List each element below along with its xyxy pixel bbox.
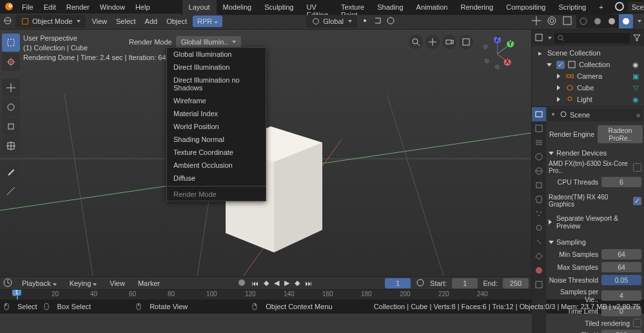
timeline-track[interactable]: 1 0 20 40 60 80 100 120 140 160 180 200 …	[0, 289, 531, 299]
render-engine-select[interactable]: Radeon ProRe..	[598, 125, 643, 143]
jump-start-icon[interactable]: ⏮	[251, 279, 259, 287]
section-render-devices[interactable]: Render Devices	[549, 147, 641, 159]
header-menu-select[interactable]: Select	[113, 15, 139, 27]
autokey-icon[interactable]	[237, 278, 246, 288]
outliner-collection[interactable]: ✓ Collection ◉	[533, 59, 643, 70]
outliner-scene-collection[interactable]: ▸ Scene Collection	[533, 47, 643, 59]
tab-object[interactable]	[532, 178, 546, 192]
end-frame[interactable]: 250	[503, 278, 529, 288]
nav-camera-icon[interactable]	[442, 35, 456, 49]
tab-constraints[interactable]	[532, 235, 546, 249]
tool-annotate[interactable]	[2, 163, 20, 181]
workspace-tab-shading[interactable]: Shading	[371, 0, 409, 15]
tab-mesh[interactable]	[532, 249, 546, 263]
outliner-item-light[interactable]: Light ◉	[533, 94, 643, 105]
tool-transform[interactable]	[2, 137, 20, 155]
filter-icon[interactable]	[632, 33, 641, 43]
dropdown-item[interactable]: World Position	[167, 120, 266, 133]
pin-toggle-icon[interactable]: ⟐	[636, 111, 641, 119]
dropdown-item[interactable]: Diffuse	[167, 172, 266, 185]
gpu-device-toggle[interactable]: ✓	[633, 197, 641, 205]
cpu-threads-value[interactable]: 6	[601, 177, 641, 187]
tab-modifiers[interactable]	[532, 192, 546, 207]
outliner-editor-icon[interactable]	[534, 33, 543, 43]
proportional-icon[interactable]	[385, 15, 396, 27]
samples-per-view-value[interactable]: 4	[601, 290, 641, 301]
dropdown-item[interactable]: Wireframe	[167, 94, 266, 107]
dropdown-item[interactable]: Direct Illumination no Shadows	[167, 74, 266, 94]
shading-rendered[interactable]	[619, 14, 633, 28]
navigation-gizmo[interactable]: Y Z X	[480, 36, 515, 72]
timeline-marker[interactable]: Marker	[134, 278, 164, 288]
dropdown-item[interactable]: Ambient Occlusion	[167, 159, 266, 172]
shading-solid[interactable]	[590, 14, 605, 28]
restrict-icon[interactable]: ▽	[631, 83, 640, 92]
section-sampling[interactable]: Sampling	[549, 236, 641, 248]
shading-wireframe[interactable]	[576, 14, 590, 28]
restrict-icon[interactable]: ▣	[631, 72, 640, 81]
shading-options[interactable]	[638, 20, 641, 23]
tab-texture[interactable]	[532, 278, 546, 292]
dropdown-item[interactable]: Shading Normal	[167, 133, 266, 146]
xray-toggle-icon[interactable]	[561, 14, 574, 28]
viewport-3d[interactable]: User Perspective (1) Collection | Cube R…	[0, 30, 531, 276]
workspace-tab-layout[interactable]: Layout	[182, 0, 217, 15]
noise-threshold-value[interactable]: 0.05	[601, 275, 641, 285]
keyframe-next-icon[interactable]: ◆	[295, 279, 300, 287]
tool-scale[interactable]	[2, 117, 20, 136]
workspace-tab-animation[interactable]: Animation	[410, 0, 454, 15]
workspace-tab-rendering[interactable]: Rendering	[454, 0, 500, 15]
tool-measure[interactable]	[2, 182, 20, 200]
header-menu-add[interactable]: Add	[142, 15, 161, 27]
outliner-item-cube[interactable]: Cube ▽	[533, 82, 643, 94]
scene-selector[interactable]: Scene	[614, 1, 644, 13]
tab-physics[interactable]	[532, 221, 546, 235]
jump-end-icon[interactable]: ⏭	[305, 279, 312, 287]
scene-name[interactable]: Scene	[628, 2, 644, 12]
current-frame[interactable]: 1	[385, 278, 411, 288]
play-reverse-icon[interactable]: ◀	[274, 279, 279, 287]
dropdown-item[interactable]: Global Illumination	[167, 48, 266, 61]
menu-render[interactable]: Render	[61, 1, 95, 13]
cpu-device-toggle[interactable]	[633, 163, 641, 172]
dropdown-item[interactable]: Texture Coordinate	[167, 146, 266, 159]
tab-render[interactable]	[532, 107, 546, 121]
menu-file[interactable]: File	[17, 1, 39, 13]
workspace-tab-modeling[interactable]: Modeling	[217, 0, 259, 15]
tab-particles[interactable]	[532, 207, 546, 221]
tab-scene[interactable]	[532, 150, 546, 164]
tab-output[interactable]	[532, 121, 546, 136]
workspace-tab-sculpting[interactable]: Sculpting	[258, 0, 300, 15]
pivot-icon[interactable]	[360, 15, 370, 27]
nav-zoom-icon[interactable]	[409, 35, 423, 49]
restrict-icon[interactable]: ◉	[631, 95, 640, 104]
collection-enable[interactable]: ✓	[556, 61, 565, 69]
menu-help[interactable]: Help	[130, 1, 155, 13]
play-icon[interactable]: ▶	[284, 279, 289, 287]
keyframe-prev-icon[interactable]: ◆	[264, 279, 269, 287]
orientation-select[interactable]: Global	[306, 15, 357, 28]
tab-material[interactable]	[532, 263, 546, 278]
tiled-rendering-toggle[interactable]	[633, 319, 641, 327]
workspace-tab-compositing[interactable]: Compositing	[500, 0, 552, 15]
outliner-item-camera[interactable]: Camera ▣	[533, 70, 643, 82]
header-menu-view[interactable]: View	[88, 15, 110, 27]
timeline-editor-icon[interactable]	[3, 278, 13, 289]
gizmo-toggle-icon[interactable]	[530, 14, 543, 28]
workspace-tab-scripting[interactable]: Scripting	[552, 0, 592, 15]
dropdown-item[interactable]: Direct Illumination	[167, 61, 266, 74]
tab-world[interactable]	[532, 164, 546, 178]
tool-rotate[interactable]	[2, 98, 20, 116]
shading-material[interactable]	[605, 14, 619, 28]
sync-icon[interactable]	[416, 278, 425, 288]
dropdown-item[interactable]: Material Index	[167, 107, 266, 120]
editor-type-icon[interactable]	[3, 15, 13, 27]
render-mode-select[interactable]: Global Illumin..	[176, 36, 242, 48]
nav-move-icon[interactable]	[425, 35, 440, 49]
timeline-playback[interactable]: Playback	[18, 278, 61, 288]
snap-icon[interactable]	[373, 15, 383, 27]
mode-select[interactable]: Object Mode	[15, 15, 86, 28]
timeline-view[interactable]: View	[106, 278, 129, 288]
rpr-button[interactable]: RPR	[193, 15, 222, 27]
tool-select-box[interactable]	[2, 34, 20, 52]
